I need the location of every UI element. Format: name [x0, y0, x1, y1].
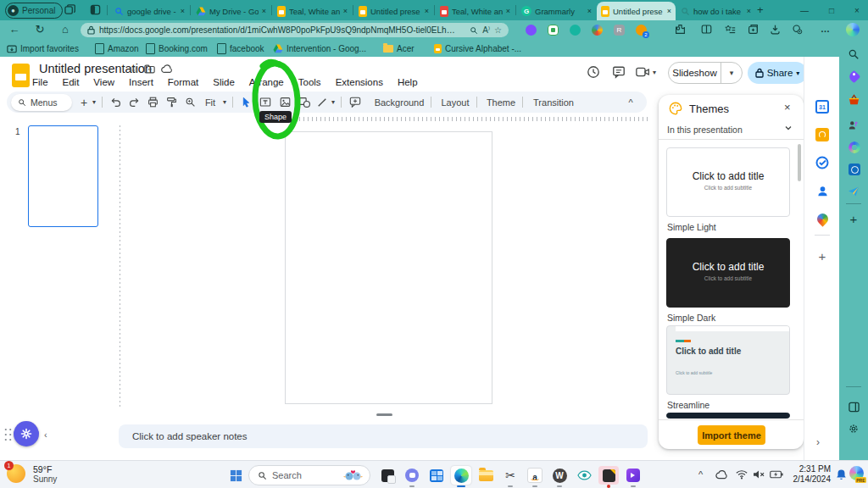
more-menu-icon[interactable]: … — [821, 24, 830, 34]
file-explorer-icon[interactable] — [476, 466, 496, 485]
theme-simple-dark[interactable]: Click to add title Click to add subtitle — [666, 238, 790, 308]
transition-button[interactable]: Transition — [527, 92, 580, 113]
move-to-folder-icon[interactable] — [144, 64, 155, 74]
theme-partial-dark[interactable] — [666, 413, 790, 419]
meet-camera-button[interactable]: ▾ — [636, 66, 656, 78]
close-panel-icon[interactable]: × — [784, 101, 791, 114]
home-button[interactable]: ⌂ — [58, 23, 73, 36]
insert-image-tool-icon[interactable] — [276, 92, 293, 113]
zoom-button[interactable] — [181, 92, 198, 113]
menu-edit[interactable]: Edit — [63, 77, 80, 87]
comments-icon[interactable] — [612, 65, 626, 79]
undo-button[interactable] — [107, 92, 124, 113]
import-favorites-button[interactable]: Import favorites — [7, 42, 79, 55]
dark-notes-app-icon[interactable] — [598, 466, 619, 485]
paint-format-button[interactable] — [163, 92, 180, 113]
add-slide-dropdown[interactable]: ▾ — [90, 92, 98, 113]
section-chevron-icon[interactable] — [784, 124, 793, 132]
sidebar-add-button[interactable]: + — [845, 210, 862, 227]
background-button[interactable]: Background — [370, 92, 429, 113]
menu-arrange[interactable]: Arrange — [249, 77, 284, 87]
collapse-toolbar-icon[interactable]: ^ — [624, 92, 637, 113]
bookmark-facebook[interactable]: facebook — [217, 42, 264, 55]
copilot-icon[interactable] — [846, 23, 860, 36]
tab-grammarly[interactable]: G Grammarly × — [517, 2, 596, 20]
bookmark-cursive-alphabet[interactable]: Cursive Alphabet -... — [434, 42, 521, 55]
text-box-tool-icon[interactable] — [256, 92, 275, 113]
calendar-icon[interactable]: 31 — [814, 98, 831, 115]
notes-resize-handle[interactable] — [376, 413, 392, 416]
speaker-notes-input[interactable]: Click to add speaker notes — [119, 424, 648, 448]
read-aloud-icon[interactable]: A) — [482, 25, 490, 35]
expand-panel-chevron[interactable]: › — [816, 436, 820, 448]
workspaces-icon[interactable] — [64, 4, 75, 15]
menu-slide[interactable]: Slide — [213, 77, 235, 87]
section-selector[interactable]: In this presentation — [667, 125, 743, 135]
shopping-tag-icon[interactable] — [845, 68, 862, 85]
theme-simple-light[interactable]: Click to add title Click to add subtitle — [666, 147, 790, 217]
insert-line-tool-icon[interactable] — [315, 92, 329, 113]
menu-file[interactable]: File — [32, 77, 48, 87]
extension-green-card-icon[interactable] — [548, 25, 559, 36]
extension-r-icon[interactable]: R — [614, 25, 625, 36]
insert-comment-tool-icon[interactable] — [346, 92, 364, 113]
menus-search-button[interactable]: Menus — [11, 94, 72, 111]
tab-teal-white-1[interactable]: Teal, White an × — [273, 2, 352, 20]
tab-close-icon[interactable]: × — [181, 7, 185, 15]
keep-icon[interactable] — [814, 126, 831, 143]
slides-logo-icon[interactable] — [12, 64, 30, 87]
slide-thumbnail-1[interactable] — [28, 125, 98, 227]
bookmark-intervention[interactable]: Intervention - Goog... — [273, 42, 366, 55]
share-button[interactable]: Share ▾ — [748, 62, 807, 84]
extension-flower-icon[interactable] — [526, 25, 537, 36]
favorite-star-icon[interactable]: ☆ — [494, 25, 502, 35]
paper-plane-icon[interactable] — [845, 183, 862, 200]
menu-insert[interactable]: Insert — [129, 77, 153, 87]
split-screen-icon[interactable] — [701, 24, 712, 35]
menu-extensions[interactable]: Extensions — [336, 77, 383, 87]
eye-app-icon[interactable] — [574, 466, 594, 485]
taskbar-search-box[interactable]: Search — [248, 465, 370, 485]
window-maximize-button[interactable]: □ — [819, 0, 844, 20]
drag-handle-icon[interactable] — [3, 427, 13, 441]
task-view-icon[interactable] — [377, 466, 398, 485]
layout-button[interactable]: Layout — [436, 92, 475, 113]
version-history-icon[interactable] — [587, 65, 600, 79]
browser-essentials-icon[interactable] — [792, 24, 803, 35]
tab-how-do-i-take[interactable]: how do i take × — [676, 2, 755, 20]
sidebar-toggle-icon[interactable] — [845, 398, 862, 415]
star-document-icon[interactable]: ☆ — [129, 63, 138, 75]
volume-muted-icon[interactable] — [753, 469, 765, 480]
sidebar-settings-gear-icon[interactable] — [845, 420, 862, 437]
extension-ball-icon[interactable] — [592, 25, 603, 36]
tab-close-icon[interactable]: × — [506, 7, 510, 15]
panel-scrollbar[interactable] — [798, 144, 801, 181]
shopping-basket-icon[interactable] — [845, 92, 862, 108]
microsoft-store-icon[interactable] — [426, 466, 447, 485]
clipchamp-icon[interactable] — [623, 466, 643, 485]
tab-close-icon[interactable]: × — [343, 7, 348, 15]
bookmark-booking[interactable]: Booking.com — [146, 42, 208, 55]
chat-icon[interactable] — [402, 466, 422, 485]
back-button[interactable]: ← — [7, 23, 22, 36]
extension-teal-circle-icon[interactable] — [570, 25, 581, 36]
insert-shape-tool-icon[interactable] — [295, 92, 314, 113]
menu-help[interactable]: Help — [398, 77, 418, 87]
extensions-puzzle-icon[interactable] — [675, 24, 686, 35]
collapse-assistant-chevron[interactable]: ‹ — [44, 430, 47, 440]
import-theme-button[interactable]: Import theme — [698, 425, 765, 445]
select-tool-icon[interactable] — [237, 92, 254, 113]
tab-close-icon[interactable]: × — [587, 7, 592, 15]
tray-expand-icon[interactable]: ^ — [698, 469, 703, 480]
grammarly-assistant-button[interactable] — [14, 421, 39, 446]
onedrive-icon[interactable] — [715, 470, 728, 480]
start-button[interactable] — [225, 466, 246, 485]
theme-streamline[interactable]: Click to add title Click to add subtitle — [666, 325, 790, 395]
zoom-select[interactable]: Fit — [200, 92, 220, 113]
games-people-icon[interactable] — [845, 117, 862, 134]
outlook-icon[interactable] — [846, 161, 863, 178]
line-dropdown[interactable]: ▾ — [329, 92, 337, 113]
share-dropdown[interactable]: ▾ — [796, 69, 799, 77]
collections-icon[interactable] — [748, 24, 759, 35]
weather-widget[interactable]: 1 59°F Sunny — [7, 464, 57, 485]
